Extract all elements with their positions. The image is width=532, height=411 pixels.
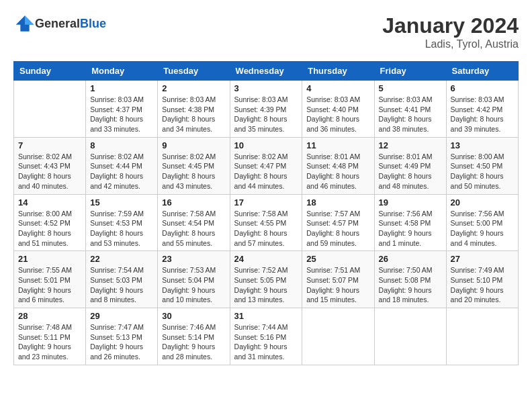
day-number: 4 <box>306 83 369 93</box>
logo-text-general: General <box>35 17 80 30</box>
logo-icon <box>15 13 35 34</box>
day-number: 22 <box>90 254 153 264</box>
day-info: Sunrise: 7:59 AMSunset: 4:53 PMDaylight:… <box>90 209 153 248</box>
calendar-day-cell: 21Sunrise: 7:55 AMSunset: 5:01 PMDayligh… <box>14 251 86 308</box>
weekday-header-cell: Sunday <box>14 62 86 81</box>
day-info: Sunrise: 7:49 AMSunset: 5:10 PMDaylight:… <box>451 265 514 305</box>
page-header: GeneralBlue January 2024 Ladis, Tyrol, A… <box>13 13 519 50</box>
calendar-day-cell: 17Sunrise: 7:58 AMSunset: 4:55 PMDayligh… <box>230 194 302 251</box>
calendar-day-cell: 9Sunrise: 8:02 AMSunset: 4:45 PMDaylight… <box>158 137 230 194</box>
day-info: Sunrise: 7:47 AMSunset: 5:13 PMDaylight:… <box>90 322 153 362</box>
calendar-day-cell: 31Sunrise: 7:44 AMSunset: 5:16 PMDayligh… <box>230 308 302 365</box>
calendar-day-cell: 7Sunrise: 8:02 AMSunset: 4:43 PMDaylight… <box>14 137 86 194</box>
title-block: January 2024 Ladis, Tyrol, Austria <box>382 13 519 50</box>
calendar-day-cell <box>14 81 86 138</box>
day-info: Sunrise: 7:55 AMSunset: 5:01 PMDaylight:… <box>18 265 81 305</box>
calendar-day-cell: 28Sunrise: 7:48 AMSunset: 5:11 PMDayligh… <box>14 308 86 365</box>
day-info: Sunrise: 8:00 AMSunset: 4:52 PMDaylight:… <box>18 209 81 248</box>
day-info: Sunrise: 7:56 AMSunset: 5:00 PMDaylight:… <box>451 209 514 248</box>
day-info: Sunrise: 8:02 AMSunset: 4:43 PMDaylight:… <box>18 152 81 191</box>
day-info: Sunrise: 7:44 AMSunset: 5:16 PMDaylight:… <box>234 322 298 362</box>
day-number: 12 <box>379 140 442 150</box>
day-number: 3 <box>234 83 298 93</box>
day-number: 17 <box>234 197 298 208</box>
calendar-day-cell: 6Sunrise: 8:03 AMSunset: 4:42 PMDaylight… <box>446 81 518 138</box>
day-info: Sunrise: 7:57 AMSunset: 4:57 PMDaylight:… <box>306 209 369 248</box>
day-number: 9 <box>162 140 225 150</box>
day-info: Sunrise: 8:03 AMSunset: 4:38 PMDaylight:… <box>162 95 225 134</box>
day-info: Sunrise: 8:00 AMSunset: 4:50 PMDaylight:… <box>451 152 514 191</box>
day-number: 27 <box>451 254 514 264</box>
calendar-day-cell: 16Sunrise: 7:58 AMSunset: 4:54 PMDayligh… <box>158 194 230 251</box>
day-info: Sunrise: 7:54 AMSunset: 5:03 PMDaylight:… <box>90 265 153 305</box>
calendar-day-cell: 25Sunrise: 7:51 AMSunset: 5:07 PMDayligh… <box>302 251 374 308</box>
weekday-header-row: SundayMondayTuesdayWednesdayThursdayFrid… <box>14 62 519 81</box>
calendar-day-cell: 11Sunrise: 8:01 AMSunset: 4:48 PMDayligh… <box>302 137 374 194</box>
calendar-week-row: 14Sunrise: 8:00 AMSunset: 4:52 PMDayligh… <box>14 194 519 251</box>
calendar-day-cell: 12Sunrise: 8:01 AMSunset: 4:49 PMDayligh… <box>374 137 446 194</box>
day-number: 15 <box>90 197 153 208</box>
day-info: Sunrise: 7:51 AMSunset: 5:07 PMDaylight:… <box>306 265 369 305</box>
day-number: 31 <box>234 311 298 321</box>
calendar-day-cell: 5Sunrise: 8:03 AMSunset: 4:41 PMDaylight… <box>374 81 446 138</box>
calendar-day-cell: 19Sunrise: 7:56 AMSunset: 4:58 PMDayligh… <box>374 194 446 251</box>
day-number: 23 <box>162 254 225 264</box>
day-info: Sunrise: 7:46 AMSunset: 5:14 PMDaylight:… <box>162 322 225 362</box>
day-number: 6 <box>451 83 514 93</box>
calendar-week-row: 28Sunrise: 7:48 AMSunset: 5:11 PMDayligh… <box>14 308 519 365</box>
day-info: Sunrise: 8:02 AMSunset: 4:47 PMDaylight:… <box>234 152 298 191</box>
calendar-day-cell: 18Sunrise: 7:57 AMSunset: 4:57 PMDayligh… <box>302 194 374 251</box>
calendar-day-cell: 23Sunrise: 7:53 AMSunset: 5:04 PMDayligh… <box>158 251 230 308</box>
calendar-day-cell: 2Sunrise: 8:03 AMSunset: 4:38 PMDaylight… <box>158 81 230 138</box>
day-info: Sunrise: 8:03 AMSunset: 4:42 PMDaylight:… <box>451 95 514 134</box>
calendar-day-cell <box>374 308 446 365</box>
calendar-day-cell <box>446 308 518 365</box>
calendar-table: SundayMondayTuesdayWednesdayThursdayFrid… <box>13 61 519 365</box>
calendar-day-cell: 10Sunrise: 8:02 AMSunset: 4:47 PMDayligh… <box>230 137 302 194</box>
day-number: 13 <box>451 140 514 150</box>
calendar-week-row: 7Sunrise: 8:02 AMSunset: 4:43 PMDaylight… <box>14 137 519 194</box>
day-number: 29 <box>90 311 153 321</box>
day-info: Sunrise: 8:01 AMSunset: 4:49 PMDaylight:… <box>379 152 442 191</box>
month-title: January 2024 <box>382 13 519 38</box>
day-info: Sunrise: 8:02 AMSunset: 4:45 PMDaylight:… <box>162 152 225 191</box>
day-info: Sunrise: 7:53 AMSunset: 5:04 PMDaylight:… <box>162 265 225 305</box>
calendar-day-cell: 8Sunrise: 8:02 AMSunset: 4:44 PMDaylight… <box>86 137 158 194</box>
calendar-week-row: 1Sunrise: 8:03 AMSunset: 4:37 PMDaylight… <box>14 81 519 138</box>
day-info: Sunrise: 8:01 AMSunset: 4:48 PMDaylight:… <box>306 152 369 191</box>
day-number: 21 <box>18 254 81 264</box>
day-number: 18 <box>306 197 369 208</box>
calendar-day-cell: 14Sunrise: 8:00 AMSunset: 4:52 PMDayligh… <box>14 194 86 251</box>
day-info: Sunrise: 7:56 AMSunset: 4:58 PMDaylight:… <box>379 209 442 248</box>
weekday-header-cell: Thursday <box>302 62 374 81</box>
day-info: Sunrise: 7:58 AMSunset: 4:54 PMDaylight:… <box>162 209 225 248</box>
day-info: Sunrise: 7:50 AMSunset: 5:08 PMDaylight:… <box>379 265 442 305</box>
calendar-day-cell: 15Sunrise: 7:59 AMSunset: 4:53 PMDayligh… <box>86 194 158 251</box>
day-number: 16 <box>162 197 225 208</box>
day-info: Sunrise: 7:58 AMSunset: 4:55 PMDaylight:… <box>234 209 298 248</box>
calendar-day-cell: 1Sunrise: 8:03 AMSunset: 4:37 PMDaylight… <box>86 81 158 138</box>
day-number: 26 <box>379 254 442 264</box>
weekday-header-cell: Saturday <box>446 62 518 81</box>
calendar-day-cell: 20Sunrise: 7:56 AMSunset: 5:00 PMDayligh… <box>446 194 518 251</box>
day-info: Sunrise: 8:02 AMSunset: 4:44 PMDaylight:… <box>90 152 153 191</box>
calendar-day-cell: 22Sunrise: 7:54 AMSunset: 5:03 PMDayligh… <box>86 251 158 308</box>
day-number: 19 <box>379 197 442 208</box>
day-info: Sunrise: 7:48 AMSunset: 5:11 PMDaylight:… <box>18 322 81 362</box>
day-number: 24 <box>234 254 298 264</box>
calendar-day-cell: 27Sunrise: 7:49 AMSunset: 5:10 PMDayligh… <box>446 251 518 308</box>
day-info: Sunrise: 8:03 AMSunset: 4:40 PMDaylight:… <box>306 95 369 134</box>
day-number: 7 <box>18 140 81 150</box>
logo: GeneralBlue <box>13 13 106 34</box>
day-info: Sunrise: 7:52 AMSunset: 5:05 PMDaylight:… <box>234 265 298 305</box>
day-number: 30 <box>162 311 225 321</box>
logo-text-blue: Blue <box>80 17 106 30</box>
calendar-day-cell: 30Sunrise: 7:46 AMSunset: 5:14 PMDayligh… <box>158 308 230 365</box>
svg-marker-1 <box>25 15 34 24</box>
weekday-header-cell: Monday <box>86 62 158 81</box>
calendar-day-cell: 3Sunrise: 8:03 AMSunset: 4:39 PMDaylight… <box>230 81 302 138</box>
day-number: 25 <box>306 254 369 264</box>
location-title: Ladis, Tyrol, Austria <box>382 38 519 50</box>
day-number: 2 <box>162 83 225 93</box>
day-info: Sunrise: 8:03 AMSunset: 4:41 PMDaylight:… <box>379 95 442 134</box>
